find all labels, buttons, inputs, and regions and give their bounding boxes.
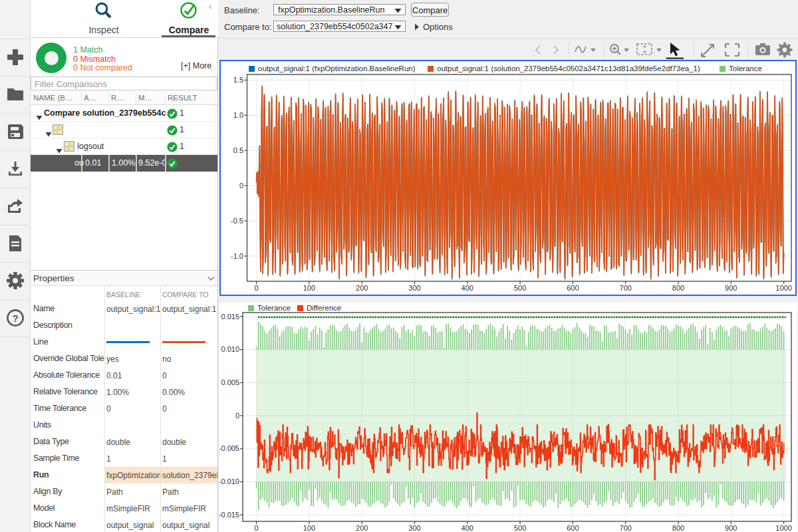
svg-text:1.0: 1.0 bbox=[233, 111, 243, 119]
svg-text:800: 800 bbox=[672, 284, 684, 292]
svg-text:output_signal:1 (solution_2379: output_signal:1 (solution_2379eb554c0502… bbox=[437, 65, 700, 72]
svg-text:0.005: 0.005 bbox=[221, 378, 239, 386]
svg-text:900: 900 bbox=[725, 284, 737, 292]
svg-text:-0.015: -0.015 bbox=[219, 511, 239, 519]
svg-text:1000: 1000 bbox=[775, 284, 791, 292]
svg-text:200: 200 bbox=[356, 284, 368, 292]
svg-text:0: 0 bbox=[255, 524, 259, 532]
svg-text:-0.5: -0.5 bbox=[231, 217, 243, 225]
svg-text:600: 600 bbox=[567, 284, 579, 292]
svg-text:0: 0 bbox=[255, 284, 259, 292]
svg-text:100: 100 bbox=[303, 284, 315, 292]
svg-text:600: 600 bbox=[567, 524, 579, 532]
svg-text:Difference: Difference bbox=[307, 304, 341, 312]
svg-text:300: 300 bbox=[408, 524, 420, 532]
svg-text:0: 0 bbox=[239, 182, 243, 190]
svg-text:output_signal:1 (fxpOptimizati: output_signal:1 (fxpOptimization.Baselin… bbox=[258, 65, 416, 72]
svg-text:Tolerance: Tolerance bbox=[729, 65, 762, 72]
svg-text:Tolerance: Tolerance bbox=[257, 304, 291, 312]
svg-text:-1.0: -1.0 bbox=[231, 252, 243, 260]
svg-text:200: 200 bbox=[356, 524, 368, 532]
svg-text:400: 400 bbox=[462, 284, 473, 292]
svg-text:700: 700 bbox=[620, 284, 632, 292]
svg-text:-0.010: -0.010 bbox=[219, 477, 239, 485]
svg-text:700: 700 bbox=[620, 524, 632, 532]
svg-text:?: ? bbox=[12, 313, 18, 324]
svg-text:500: 500 bbox=[514, 524, 526, 532]
svg-text:0.010: 0.010 bbox=[221, 345, 239, 353]
svg-text:400: 400 bbox=[462, 524, 473, 532]
svg-text:0.015: 0.015 bbox=[221, 313, 239, 321]
svg-text:100: 100 bbox=[303, 524, 315, 532]
svg-text:0.5: 0.5 bbox=[233, 146, 243, 154]
svg-text:800: 800 bbox=[672, 524, 684, 532]
svg-text:300: 300 bbox=[408, 284, 420, 292]
svg-text:1.5: 1.5 bbox=[233, 76, 243, 84]
svg-text:0: 0 bbox=[235, 412, 239, 420]
svg-text:1000: 1000 bbox=[775, 524, 791, 532]
svg-text:900: 900 bbox=[725, 524, 737, 532]
svg-text:-0.005: -0.005 bbox=[219, 444, 239, 452]
svg-text:500: 500 bbox=[514, 284, 526, 292]
